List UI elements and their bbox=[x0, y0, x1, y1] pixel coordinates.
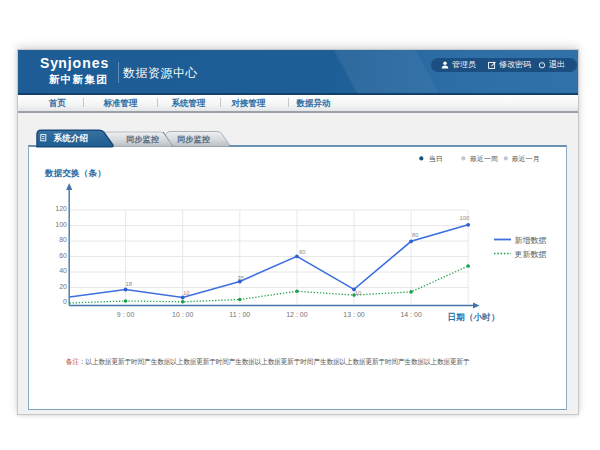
svg-text:数据交换（条）: 数据交换（条） bbox=[44, 168, 106, 178]
svg-text:100: 100 bbox=[55, 221, 67, 228]
svg-text:40: 40 bbox=[59, 267, 67, 274]
svg-text:35: 35 bbox=[238, 275, 244, 281]
svg-text:最近一月: 最近一月 bbox=[512, 155, 540, 163]
svg-text:60: 60 bbox=[59, 252, 67, 259]
svg-text:80: 80 bbox=[59, 236, 67, 243]
svg-text:80: 80 bbox=[412, 232, 418, 238]
svg-text:18: 18 bbox=[126, 281, 132, 287]
svg-text:同步监控: 同步监控 bbox=[177, 135, 210, 144]
svg-text:100: 100 bbox=[460, 215, 470, 221]
svg-text:更新数据: 更新数据 bbox=[515, 250, 547, 259]
svg-text:13 : 00: 13 : 00 bbox=[343, 311, 365, 318]
svg-text:10: 10 bbox=[183, 290, 189, 296]
svg-text:9 : 00: 9 : 00 bbox=[117, 311, 135, 318]
svg-text:新增数据: 新增数据 bbox=[515, 236, 547, 245]
svg-text:20: 20 bbox=[59, 283, 67, 290]
svg-text:14 : 00: 14 : 00 bbox=[400, 311, 422, 318]
svg-text:10: 10 bbox=[355, 290, 361, 296]
svg-text:0: 0 bbox=[63, 298, 67, 305]
svg-text:日期（小时）: 日期（小时） bbox=[448, 312, 500, 322]
svg-text:最近一周: 最近一周 bbox=[470, 155, 498, 162]
svg-text:同步监控: 同步监控 bbox=[126, 135, 159, 144]
svg-text:11 : 00: 11 : 00 bbox=[229, 311, 250, 318]
svg-text:120: 120 bbox=[55, 205, 67, 212]
svg-text:当日: 当日 bbox=[429, 155, 443, 163]
svg-text:10 : 00: 10 : 00 bbox=[172, 311, 194, 318]
svg-text:60: 60 bbox=[299, 249, 305, 255]
svg-text:系统介绍: 系统介绍 bbox=[53, 133, 89, 143]
svg-text:12 : 00: 12 : 00 bbox=[286, 311, 308, 318]
